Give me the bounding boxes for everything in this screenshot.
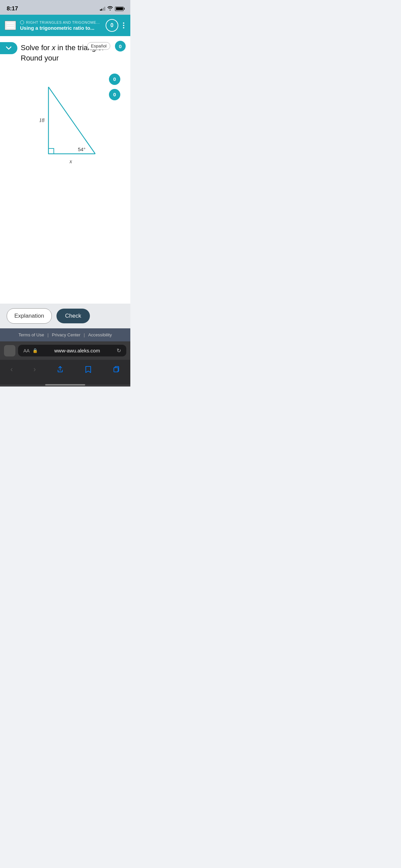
bookmarks-button[interactable] (79, 363, 97, 376)
signal-icon (100, 7, 106, 11)
side-badges: 0 0 (109, 73, 120, 100)
dropdown-button[interactable] (0, 42, 18, 54)
wifi-icon (107, 6, 113, 11)
back-button[interactable]: ‹ (5, 363, 18, 376)
angle-label: 54° (78, 147, 86, 152)
side-label: 18 (39, 117, 44, 123)
bottom-bar: Explanation Check (0, 304, 130, 328)
footer-sep-2: | (84, 332, 85, 337)
diagram-area: 0 0 18 54° x (0, 64, 130, 191)
reload-button[interactable]: ↻ (116, 347, 121, 354)
battery-icon (115, 7, 124, 11)
subtitle-circle-icon (20, 21, 24, 24)
terms-link[interactable]: Terms of Use (19, 332, 44, 337)
more-button[interactable] (122, 21, 126, 30)
score-circle: 0 (106, 19, 118, 32)
footer-links: Terms of Use | Privacy Center | Accessib… (0, 328, 130, 341)
svg-rect-2 (114, 368, 118, 372)
status-icons (100, 6, 124, 11)
triangle-diagram: 18 54° x (22, 80, 109, 174)
content-area: Solve for x in the triangle. Round your … (0, 36, 130, 304)
share-button[interactable] (51, 363, 69, 376)
score-inline-badge: 0 (115, 41, 126, 52)
tabs-button[interactable] (107, 363, 125, 376)
nav-right: 0 (106, 19, 126, 32)
nav-title-area: RIGHT TRIANGLES AND TRIGONOME... Using a… (20, 21, 102, 31)
badge-top: 0 (109, 73, 120, 85)
url-text: www-awu.aleks.com (40, 348, 114, 353)
hamburger-button[interactable] (5, 21, 16, 30)
browser-bar: AA 🔒 www-awu.aleks.com ↻ (0, 341, 130, 360)
aa-label[interactable]: AA (23, 348, 30, 353)
svg-line-0 (48, 87, 95, 154)
nav-bar: RIGHT TRIANGLES AND TRIGONOME... Using a… (0, 15, 130, 36)
svg-rect-1 (48, 149, 54, 154)
footer-sep-1: | (47, 332, 48, 337)
nav-subtitle: RIGHT TRIANGLES AND TRIGONOME... (20, 21, 102, 24)
forward-button[interactable]: › (28, 363, 41, 376)
nav-main-title: Using a trigonometric ratio to... (20, 25, 102, 31)
status-time: 8:17 (7, 5, 18, 12)
bottom-nav: ‹ › (0, 360, 130, 384)
check-button[interactable]: Check (57, 309, 90, 323)
home-bar (45, 384, 85, 385)
variable-label: x (69, 158, 72, 164)
privacy-link[interactable]: Privacy Center (52, 332, 80, 337)
espanol-badge[interactable]: Español (87, 42, 110, 50)
lock-icon: 🔒 (32, 348, 38, 353)
url-bar[interactable]: AA 🔒 www-awu.aleks.com ↻ (18, 345, 126, 356)
problem-header: Solve for x in the triangle. Round your … (0, 36, 130, 64)
status-bar: 8:17 (0, 0, 130, 15)
accessibility-link[interactable]: Accessibility (88, 332, 112, 337)
explanation-button[interactable]: Explanation (7, 308, 52, 324)
browser-left-button[interactable] (4, 345, 15, 356)
home-indicator (0, 384, 130, 386)
problem-text: Solve for x in the triangle. Round your (18, 41, 130, 64)
badge-bottom: 0 (109, 89, 120, 100)
